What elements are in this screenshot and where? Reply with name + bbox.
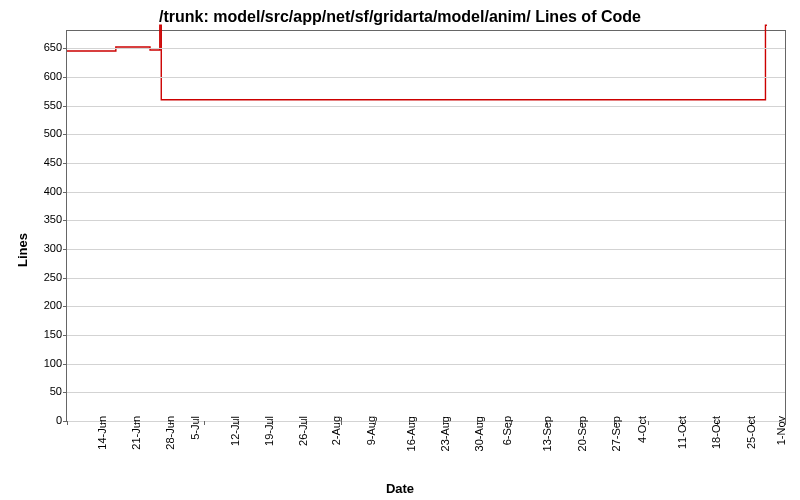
chart-title: /trunk: model/src/app/net/sf/gridarta/mo… [0,8,800,26]
tick-mark-y [63,134,67,135]
tick-mark-y [63,48,67,49]
tick-mark-x [67,421,68,425]
tick-mark-y [63,106,67,107]
y-axis-label: Lines [15,233,30,267]
y-tick-label: 250 [32,271,62,283]
x-tick-label: 26-Jul [297,416,309,446]
x-tick-label: 5-Jul [188,416,200,440]
y-tick-label: 100 [32,357,62,369]
tick-mark-y [63,249,67,250]
y-tick-label: 300 [32,242,62,254]
gridline-h [67,220,785,221]
x-tick-label: 4-Oct [636,416,648,443]
chart-container: /trunk: model/src/app/net/sf/gridarta/mo… [0,0,800,500]
tick-mark-y [63,163,67,164]
y-tick-label: 150 [32,328,62,340]
tick-mark-y [63,335,67,336]
gridline-h [67,192,785,193]
y-tick-label: 600 [32,70,62,82]
tick-mark-y [63,220,67,221]
tick-mark-y [63,77,67,78]
data-line-svg [67,31,785,421]
x-tick-label: 13-Sep [542,416,554,451]
gridline-h [67,106,785,107]
x-tick-label: 21-Jun [130,416,142,450]
x-tick-label: 2-Aug [331,416,343,445]
x-tick-label: 27-Sep [610,416,622,451]
y-tick-label: 350 [32,213,62,225]
gridline-h [67,335,785,336]
x-tick-label: 28-Jun [164,416,176,450]
gridline-h [67,364,785,365]
tick-mark-y [63,392,67,393]
y-tick-label: 550 [32,99,62,111]
tick-mark-y [63,278,67,279]
x-tick-label: 11-Oct [676,416,688,449]
tick-mark-y [63,306,67,307]
plot-area [66,30,786,422]
x-tick-label: 14-Jun [96,416,108,450]
tick-mark-x [204,421,205,425]
x-tick-label: 23-Aug [439,416,451,451]
x-tick-label: 16-Aug [405,416,417,451]
x-tick-label: 20-Sep [576,416,588,451]
tick-mark-y [63,364,67,365]
gridline-h [67,392,785,393]
y-tick-label: 50 [32,385,62,397]
series-line [67,25,767,100]
y-tick-label: 0 [32,414,62,426]
tick-mark-y [63,192,67,193]
y-tick-label: 200 [32,299,62,311]
x-tick-label: 19-Jul [263,416,275,446]
x-tick-label: 25-Oct [745,416,757,449]
gridline-h [67,163,785,164]
gridline-h [67,77,785,78]
x-axis-label: Date [0,481,800,496]
tick-mark-x [648,421,649,425]
gridline-h [67,134,785,135]
gridline-h [67,278,785,279]
gridline-h [67,48,785,49]
x-tick-label: 6-Sep [502,416,514,445]
x-tick-label: 9-Aug [365,416,377,445]
y-tick-label: 400 [32,185,62,197]
x-tick-label: 1-Nov [775,416,787,445]
gridline-h [67,249,785,250]
x-tick-label: 12-Jul [229,416,241,446]
y-tick-label: 650 [32,41,62,53]
y-tick-label: 500 [32,127,62,139]
x-tick-label: 18-Oct [710,416,722,449]
y-tick-label: 450 [32,156,62,168]
gridline-h [67,306,785,307]
x-tick-label: 30-Aug [474,416,486,451]
